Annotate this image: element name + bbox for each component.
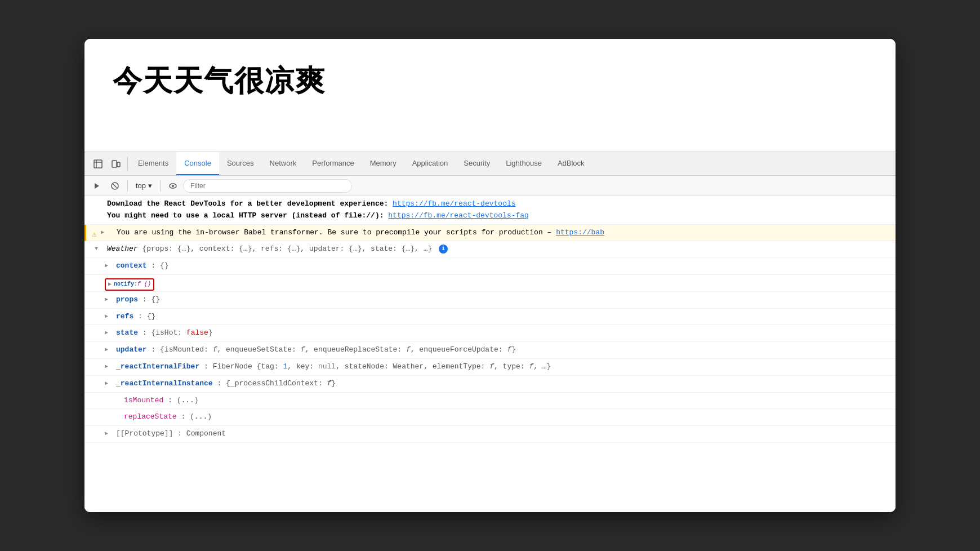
svg-rect-0 (94, 160, 102, 168)
tab-network[interactable]: Network (262, 152, 305, 175)
toolbar-divider (127, 180, 128, 192)
props-arrow-icon[interactable]: ▶ (105, 295, 108, 304)
fiber-key: _reactInternalFiber (116, 362, 199, 371)
instance-arrow-icon[interactable]: ▶ (105, 379, 108, 388)
svg-marker-3 (95, 183, 99, 189)
refs-arrow-icon[interactable]: ▶ (105, 312, 108, 321)
context-arrow-icon[interactable]: ▶ (105, 261, 108, 270)
warning-arrow-icon: ▶ (101, 228, 104, 237)
dropdown-arrow-icon: ▾ (148, 181, 152, 190)
notify-arrow-container: ▶ notify : f () (105, 278, 154, 291)
console-line-react-instance: ▶ _reactInternalInstance : {_processChil… (84, 376, 896, 393)
svg-point-7 (172, 185, 174, 187)
console-line-updater: ▶ updater : {isMounted: f, enqueueSetSta… (84, 342, 896, 359)
react-devtools-link[interactable]: https://fb.me/react-devtools (393, 199, 515, 208)
tab-performance[interactable]: Performance (304, 152, 362, 175)
context-value: : {} (151, 261, 168, 270)
weather-label: Weather (107, 245, 142, 253)
weather-info-icon[interactable]: i (439, 245, 448, 254)
console-line-props: ▶ props : {} (84, 292, 896, 309)
warning-text: You are using the in-browser Babel trans… (109, 228, 556, 237)
tab-security[interactable]: Security (456, 152, 498, 175)
instance-key: _reactInternalInstance (116, 379, 213, 388)
console-line-refs: ▶ refs : {} (84, 309, 896, 326)
weather-preview: {props: {…}, context: {…}, refs: {…}, up… (142, 245, 432, 253)
state-false-val: false (186, 328, 208, 337)
svg-rect-2 (117, 162, 120, 167)
updater-value: : {isMounted: f, enqueueSetState: f, enq… (151, 345, 516, 354)
refs-key: refs (116, 312, 133, 321)
notify-highlight-box: ▶ notify : f () (105, 278, 154, 291)
inspector-icon-btn[interactable] (89, 152, 107, 175)
notify-value: f () (137, 280, 151, 289)
refs-value: : {} (138, 312, 155, 321)
page-title: 今天天气很凉爽 (113, 61, 867, 101)
browser-window: 今天天气很凉爽 Elements Console Sources N (84, 39, 896, 512)
devtools-panel: Elements Console Sources Network Perform… (84, 152, 896, 512)
svg-rect-1 (112, 161, 117, 167)
toolbar-divider2 (160, 180, 161, 192)
console-line-react-devtools: Download the React DevTools for a better… (84, 196, 896, 225)
devtools-tabs-bar: Elements Console Sources Network Perform… (84, 152, 896, 176)
console-output: Download the React DevTools for a better… (84, 196, 896, 512)
react-devtools-text: Download the React DevTools for a better… (107, 199, 393, 208)
tab-sources[interactable]: Sources (219, 152, 262, 175)
tab-memory[interactable]: Memory (362, 152, 404, 175)
updater-arrow-icon[interactable]: ▶ (105, 345, 108, 354)
ismounted-key: isMounted (116, 396, 163, 405)
tab-divider (127, 157, 128, 171)
tab-lighthouse[interactable]: Lighthouse (498, 152, 550, 175)
replacestate-key: replaceState (116, 412, 177, 421)
eye-icon-btn[interactable] (165, 178, 181, 194)
svg-line-5 (113, 184, 117, 188)
console-line-react-fiber: ▶ _reactInternalFiber : FiberNode {tag: … (84, 359, 896, 376)
console-line-weather: ▼ Weather {props: {…}, context: {…}, ref… (84, 241, 896, 258)
context-selector[interactable]: top ▾ (132, 180, 155, 191)
state-close: } (208, 328, 213, 337)
tab-application[interactable]: Application (404, 152, 456, 175)
console-line-prototype: ▶ [[Prototype]] : Component (84, 426, 896, 443)
context-key: context (116, 261, 147, 270)
fiber-value: : FiberNode {tag: 1, key: null, stateNod… (204, 362, 551, 371)
state-key: state (116, 328, 138, 337)
console-line-replacestate: replaceState : (...) (84, 409, 896, 426)
react-devtools-text2: You might need to use a local HTTP serve… (107, 211, 388, 220)
replacestate-value: : (...) (181, 412, 212, 421)
notify-arrow-icon[interactable]: ▶ (108, 280, 112, 289)
console-toolbar: top ▾ (84, 176, 896, 196)
props-value: : {} (142, 295, 160, 304)
device-toggle-icon-btn[interactable] (107, 152, 125, 175)
tab-elements[interactable]: Elements (130, 152, 176, 175)
tab-console[interactable]: Console (176, 152, 219, 175)
fiber-arrow-icon[interactable]: ▶ (105, 362, 108, 371)
page-content: 今天天气很凉爽 (84, 39, 896, 152)
updater-key: updater (116, 345, 147, 354)
clear-console-btn[interactable] (107, 178, 123, 194)
state-colon: : {isHot: (142, 328, 186, 337)
notify-key: notify (114, 280, 134, 289)
warning-icon: ⚠ (92, 228, 96, 241)
execute-context-btn[interactable] (89, 178, 105, 194)
prototype-arrow-icon[interactable]: ▶ (105, 429, 108, 438)
instance-value: : {_processChildContext: f} (217, 379, 336, 388)
console-line-state: ▶ state : {isHot: false} (84, 325, 896, 342)
state-arrow-icon[interactable]: ▶ (105, 328, 108, 337)
babel-link[interactable]: https://bab (556, 228, 604, 237)
console-line-notify: ▶ notify : f () (84, 275, 896, 292)
console-line-warning: ⚠ ▶ You are using the in-browser Babel t… (84, 225, 896, 242)
weather-arrow-icon[interactable]: ▼ (95, 245, 98, 254)
prototype-key: [[Prototype]] (116, 429, 173, 438)
console-line-context: ▶ context : {} (84, 258, 896, 275)
context-label: top (136, 181, 146, 190)
filter-input[interactable] (183, 179, 352, 193)
console-line-ismounted: isMounted : (...) (84, 393, 896, 410)
prototype-value: : Component (177, 429, 226, 438)
react-devtools-link2[interactable]: https://fb.me/react-devtools-faq (388, 211, 529, 220)
ismounted-value: : (...) (168, 396, 199, 405)
props-key: props (116, 295, 138, 304)
tab-adblock[interactable]: AdBlock (550, 152, 593, 175)
